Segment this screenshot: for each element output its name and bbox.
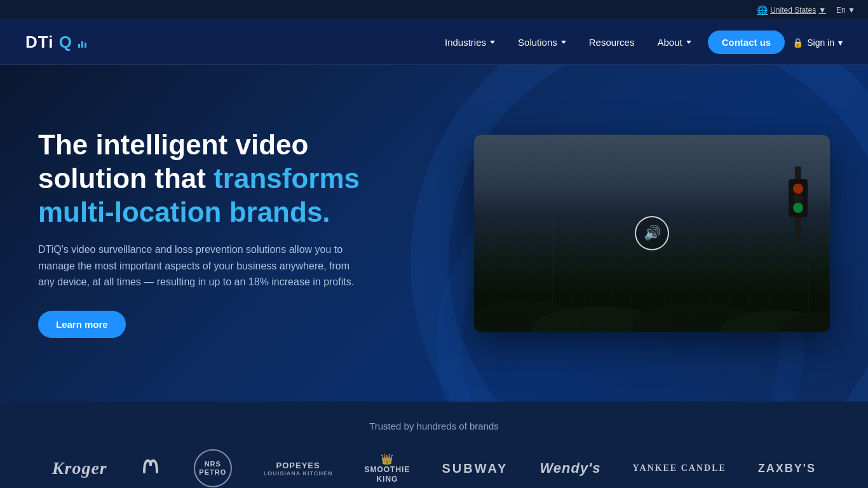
video-sound-button[interactable]: 🔊 — [635, 216, 669, 250]
hero-content: The intelligent video solution that tran… — [38, 128, 419, 338]
logo-text: DTi Q — [25, 32, 86, 52]
globe-icon: 🌐 — [757, 5, 768, 15]
learn-more-button[interactable]: Learn more — [38, 311, 126, 338]
signin-chevron: ▾ — [838, 37, 843, 48]
brand-popeyes: POPEYES LOUISIANA KITCHEN — [264, 461, 333, 477]
brand-yankee-candle: YANKEE CANDLE — [633, 463, 726, 473]
region-selector[interactable]: 🌐 United States ▼ — [757, 5, 826, 15]
video-trees — [474, 255, 830, 332]
lang-chevron: ▼ — [848, 6, 855, 15]
hero-description: DTiQ's video surveillance and loss preve… — [38, 241, 362, 290]
speaker-icon: 🔊 — [644, 225, 661, 241]
brands-title: Trusted by hundreds of brands — [25, 421, 843, 431]
svg-point-7 — [793, 184, 803, 194]
nav-item-about[interactable]: About — [648, 32, 700, 53]
mcdonalds-arches-icon — [139, 454, 162, 477]
video-traffic-light — [785, 166, 811, 243]
nav-item-industries[interactable]: Industries — [436, 32, 504, 53]
industries-chevron-icon — [490, 41, 495, 44]
lang-label: En — [836, 6, 846, 15]
main-nav: DTi Q Industries Solutions Resources Abo… — [0, 20, 868, 65]
region-label: United States — [770, 6, 816, 15]
brands-row: Kroger NRSPETRO POPEYES LOUISIANA KITCHE… — [25, 449, 843, 487]
top-bar-items: 🌐 United States ▼ En ▼ — [757, 5, 855, 15]
brand-zaxbys: ZAXBY'S — [758, 462, 816, 475]
top-bar: 🌐 United States ▼ En ▼ — [0, 0, 868, 20]
brand-smoothie-king: 👑 SMOOTHIE KING — [364, 453, 410, 484]
brand-nrspetro: NRSPETRO — [194, 449, 232, 487]
brand-mcdonalds — [139, 454, 162, 483]
nav-menu: Industries Solutions Resources About — [436, 32, 700, 53]
video-background: 🔊 — [474, 135, 830, 332]
video-player[interactable]: 🔊 — [474, 135, 830, 332]
logo[interactable]: DTi Q — [25, 32, 86, 52]
brands-section: Trusted by hundreds of brands Kroger NRS… — [0, 402, 868, 488]
sign-in-button[interactable]: 🔒 Sign in ▾ — [792, 37, 843, 48]
svg-point-9 — [793, 203, 803, 213]
svg-point-8 — [793, 193, 803, 203]
hero-section: The intelligent video solution that tran… — [0, 65, 868, 402]
brand-wendys: Wendy's — [539, 460, 600, 477]
hero-title-highlight: transforms multi-location brands. — [38, 163, 360, 227]
nav-item-resources[interactable]: Resources — [580, 32, 644, 53]
about-chevron-icon — [686, 41, 691, 44]
contact-button[interactable]: Contact us — [708, 30, 785, 54]
hero-video-area: 🔊 — [419, 135, 830, 332]
region-chevron: ▼ — [818, 6, 826, 15]
hero-title: The intelligent video solution that tran… — [38, 128, 419, 229]
nav-item-solutions[interactable]: Solutions — [509, 32, 575, 53]
language-selector[interactable]: En ▼ — [836, 6, 855, 15]
sign-in-label: Sign in — [807, 37, 834, 48]
brand-kroger: Kroger — [52, 458, 107, 478]
lock-icon: 🔒 — [792, 37, 803, 48]
brand-subway: SUBWAY — [442, 461, 508, 476]
solutions-chevron-icon — [561, 41, 566, 44]
